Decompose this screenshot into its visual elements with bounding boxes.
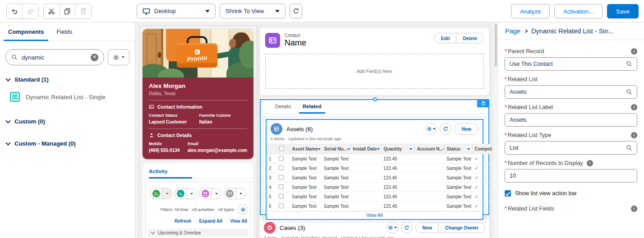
copy-button[interactable] [60,4,75,18]
search-settings-button[interactable] [108,49,129,65]
edit-button[interactable]: Edit [435,33,457,43]
activity-settings-button[interactable] [238,204,248,215]
field-input[interactable]: Use This Contact [505,57,637,71]
select-all-checkbox[interactable] [279,146,284,151]
expand-all-link[interactable]: Expand All [199,219,222,224]
canvas-refresh-button[interactable] [290,4,302,18]
tab-details[interactable]: Details [271,104,294,114]
row-checkbox[interactable] [279,194,284,199]
property-field: * Parent Record i Use This Contact [505,48,637,71]
record-tabs: DetailsRelated [261,100,488,114]
cases-settings-button[interactable] [386,222,398,233]
tab-related[interactable]: Related [299,104,325,114]
column-header[interactable]: Asset Name [290,144,322,154]
assets-new-button[interactable]: New [454,123,478,135]
table-cell: 123.45 [381,183,414,192]
field-value: Assets [510,117,527,123]
canvas-controls: Desktop Shrink To View [137,4,302,18]
check-icon: ✓ [474,203,478,209]
info-icon[interactable]: i [631,132,637,138]
show-action-bar-checkbox-row[interactable]: Show list view action bar [505,190,637,197]
sidebar-tab-fields[interactable]: Fields [50,23,78,41]
activity-component[interactable]: Activity Filters: All time · All activit… [143,163,253,238]
highlights-panel-component[interactable]: p Pronto Alex Morgan Dallas, Texas Conta… [143,29,253,159]
section-label: Custom (0) [14,118,45,125]
view-all-link[interactable]: View All [267,211,483,219]
component-clipboard-tab[interactable] [477,99,489,107]
column-header[interactable]: Serial Nu... [322,144,350,154]
checkbox-checked[interactable] [505,190,511,197]
competitor-cell: ✓ [472,164,492,173]
table-cell: Sample Text [290,164,322,173]
record-header-component[interactable]: Contact Name EditDelete Add Field(s) Her… [260,28,489,96]
field-input[interactable]: Assets [505,85,637,99]
main-region[interactable]: Contact Name EditDelete Add Field(s) Her… [258,25,491,238]
change-owner-button[interactable]: Change Owner [439,223,485,233]
info-icon[interactable]: i [587,160,593,166]
row-checkbox[interactable] [279,156,284,161]
analyze-button[interactable]: Analyze [511,4,550,18]
table-cell [414,192,444,201]
activation-button[interactable]: Activation... [554,4,603,18]
column-header[interactable]: Quantity [381,144,414,154]
quick-action-split-button[interactable] [175,188,197,199]
section-header[interactable]: Custom (0) [6,118,129,125]
view-all-link[interactable]: View All [230,219,247,224]
canvas-scrollbar[interactable] [494,23,497,238]
quick-action-split-button[interactable] [150,188,172,199]
dynamic-related-list-selected[interactable]: Assets (6) New 6 items · Updated a few s… [266,119,483,220]
cases-refresh-button[interactable] [401,222,413,233]
refresh-link[interactable]: Refresh [175,219,191,224]
save-button[interactable]: Save [607,4,639,18]
chevron-down-icon[interactable] [162,188,172,199]
sidebar-tab-components[interactable]: Components [2,23,50,41]
paste-button[interactable] [75,4,91,18]
column-header[interactable]: Status [444,144,472,154]
view-mode-selector[interactable]: Shrink To View [220,4,285,18]
new-button[interactable]: New [416,223,439,233]
row-checkbox[interactable] [279,203,284,208]
delete-button[interactable]: Delete [456,33,483,43]
table-cell: Sample Text [444,192,472,201]
field-input[interactable]: 10 [505,169,637,183]
redo-button[interactable] [23,4,38,18]
row-checkbox[interactable] [279,165,284,170]
new-event-icon [202,190,209,197]
assets-settings-button[interactable] [425,123,437,135]
gear-icon [240,207,246,212]
search-input[interactable]: dynamic ✕ [5,49,104,65]
field-input[interactable]: List [505,141,637,155]
quick-action-split-button[interactable] [224,188,246,199]
sidebar-item-dynamic-related-list[interactable]: Dynamic Related List - Single [10,92,129,102]
section-header[interactable]: Custom - Managed (0) [6,140,129,147]
info-icon[interactable]: i [631,104,637,110]
column-header[interactable]: Install Date [350,144,381,154]
pronto-logo: p [195,50,200,55]
scrollbar-thumb[interactable] [495,24,497,67]
competitor-cell: ✓ [472,183,492,192]
tabs-component-selected[interactable]: DetailsRelated Assets (6) New 6 items · … [260,99,489,215]
column-header[interactable]: Account N... [414,144,444,154]
chevron-down-icon[interactable] [236,188,246,199]
cut-button[interactable] [44,4,60,18]
quick-action-buttons [148,188,248,199]
breadcrumb-page-link[interactable]: Page [505,27,520,35]
selection-handle[interactable] [373,97,377,101]
device-selector[interactable]: Desktop [137,4,216,18]
tab-activity[interactable]: Activity [149,169,192,178]
field-dropzone[interactable]: Add Field(s) Here [265,54,484,89]
chevron-down-icon[interactable] [212,188,221,199]
column-header[interactable]: Competit [472,144,492,154]
field-input[interactable]: Assets [505,113,637,127]
assets-refresh-button[interactable] [440,123,451,135]
row-checkbox[interactable] [279,175,284,180]
upcoming-overdue-header[interactable]: Upcoming & Overdue [148,229,248,237]
chevron-down-icon[interactable] [187,188,197,199]
undo-button[interactable] [7,4,23,18]
quick-action-split-button[interactable] [199,188,221,199]
sidebar-region[interactable]: p Pronto Alex Morgan Dallas, Texas Conta… [139,25,257,238]
row-checkbox[interactable] [279,184,284,189]
info-icon[interactable]: i [631,48,637,55]
clear-search-icon[interactable]: ✕ [91,54,98,61]
section-header[interactable]: Standard (1) [6,76,129,83]
